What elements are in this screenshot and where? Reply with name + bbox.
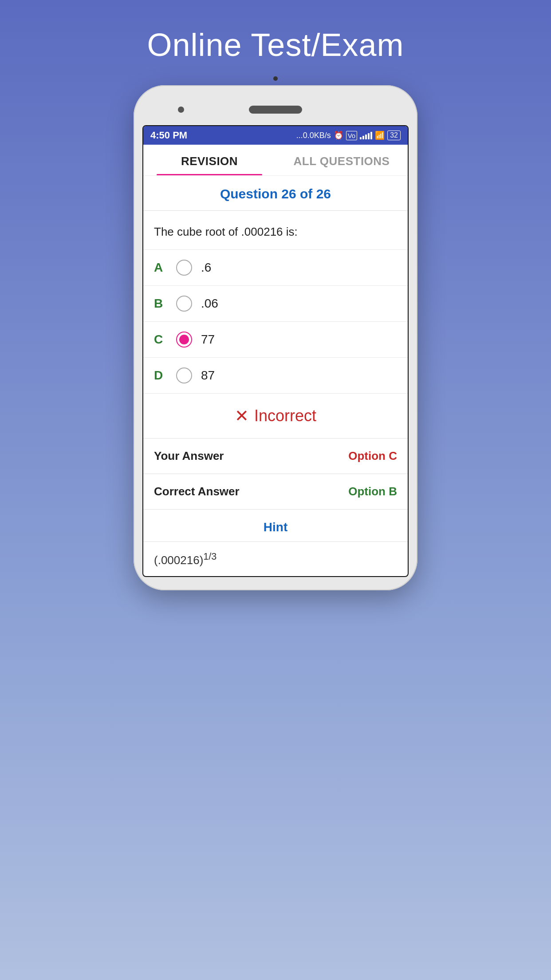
correct-answer-label: Correct Answer — [154, 485, 240, 498]
correct-answer-value: Option B — [348, 485, 397, 498]
hint-section: Hint — [143, 510, 408, 542]
radio-b[interactable] — [176, 296, 192, 312]
correct-answer-text: Option — [348, 485, 389, 498]
page-title: Online Test/Exam — [147, 27, 404, 63]
tab-revision[interactable]: REVISION — [143, 145, 276, 175]
option-value-d: 87 — [201, 368, 215, 383]
phone-screen: 4:50 PM ...0.0KB/s ⏰ Vo 📶 32 REVISION AL… — [142, 125, 409, 577]
question-number: Question 26 of 26 — [220, 186, 331, 201]
wifi-icon: 📶 — [375, 130, 385, 140]
option-letter-a: A — [154, 261, 167, 275]
hint-formula: (.000216)1/3 — [154, 553, 216, 567]
front-camera-icon — [178, 107, 184, 113]
correct-answer-row: Correct Answer Option B — [143, 474, 408, 510]
phone-frame: 4:50 PM ...0.0KB/s ⏰ Vo 📶 32 REVISION AL… — [134, 85, 417, 590]
status-time: 4:50 PM — [150, 130, 187, 141]
your-answer-label: Your Answer — [154, 449, 224, 463]
incorrect-icon: ✕ — [235, 406, 249, 426]
radio-d[interactable] — [176, 368, 192, 383]
status-right: ...0.0KB/s ⏰ Vo 📶 32 — [296, 130, 401, 140]
phone-speaker — [249, 106, 302, 114]
your-answer-value: Option C — [348, 449, 397, 463]
options-list: A .6 B .06 C 77 D 87 — [143, 250, 408, 394]
option-c[interactable]: C 77 — [143, 322, 408, 358]
tab-all-questions[interactable]: ALL QUESTIONS — [276, 145, 408, 175]
alarm-icon: ⏰ — [334, 130, 343, 140]
tabs-container: REVISION ALL QUESTIONS — [143, 145, 408, 176]
option-letter-d: D — [154, 368, 167, 383]
correct-answer-letter: B — [389, 485, 397, 498]
status-bar: 4:50 PM ...0.0KB/s ⏰ Vo 📶 32 — [143, 126, 408, 145]
hint-content: (.000216)1/3 — [143, 542, 408, 576]
result-section: ✕ Incorrect — [143, 394, 408, 439]
your-answer-letter: C — [389, 449, 397, 462]
your-answer-text: Option — [348, 449, 389, 462]
radio-c-inner — [179, 335, 189, 344]
option-letter-b: B — [154, 296, 167, 311]
option-value-a: .6 — [201, 261, 211, 275]
question-header: Question 26 of 26 — [143, 176, 408, 211]
hint-label[interactable]: Hint — [264, 520, 287, 534]
radio-a[interactable] — [176, 260, 192, 276]
option-b[interactable]: B .06 — [143, 286, 408, 322]
phone-top — [142, 99, 409, 121]
phone-dot — [273, 76, 278, 81]
question-text: The cube root of .000216 is: — [143, 211, 408, 250]
vo-icon: Vo — [346, 131, 358, 140]
option-value-c: 77 — [201, 332, 215, 347]
option-a[interactable]: A .6 — [143, 250, 408, 286]
incorrect-label: ✕ Incorrect — [152, 406, 399, 426]
battery-icon: 32 — [387, 130, 401, 140]
radio-c[interactable] — [176, 332, 192, 348]
option-letter-c: C — [154, 332, 167, 347]
option-d[interactable]: D 87 — [143, 358, 408, 394]
network-speed: ...0.0KB/s — [296, 131, 331, 140]
option-value-b: .06 — [201, 296, 218, 311]
signal-icon — [360, 131, 372, 139]
your-answer-row: Your Answer Option C — [143, 439, 408, 474]
incorrect-text: Incorrect — [254, 407, 316, 425]
